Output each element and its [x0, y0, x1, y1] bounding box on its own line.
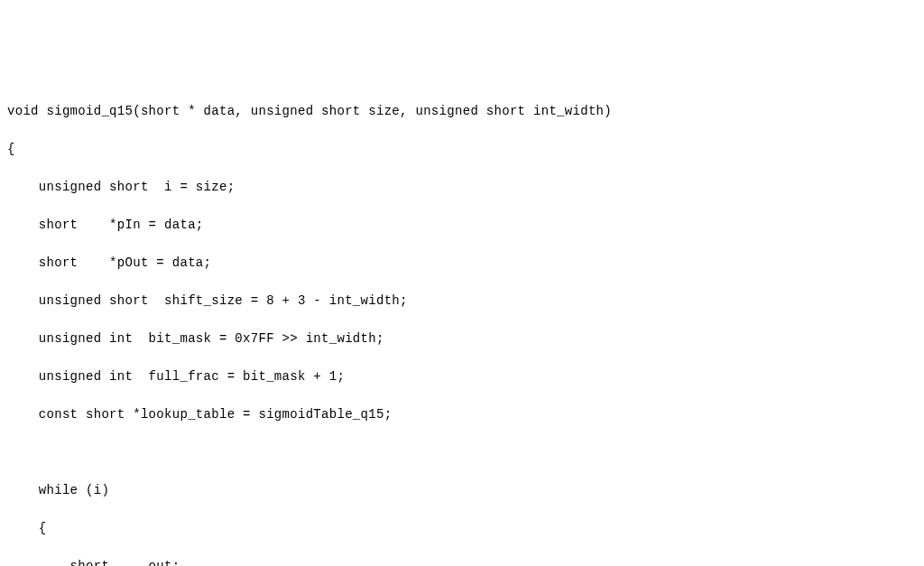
code-block: void sigmoid_q15(short * data, unsigned …: [7, 83, 917, 566]
code-line: short out;: [7, 557, 917, 566]
code-line: {: [7, 140, 917, 159]
code-line: short *pOut = data;: [7, 254, 917, 273]
code-line: unsigned short shift_size = 8 + 3 - int_…: [7, 292, 917, 311]
code-line: const short *lookup_table = sigmoidTable…: [7, 405, 917, 424]
code-line: {: [7, 519, 917, 538]
code-line: short *pIn = data;: [7, 216, 917, 235]
code-line: unsigned int full_frac = bit_mask + 1;: [7, 367, 917, 386]
code-line: [7, 443, 917, 462]
code-line: void sigmoid_q15(short * data, unsigned …: [7, 102, 917, 121]
code-line: unsigned int bit_mask = 0x7FF >> int_wid…: [7, 329, 917, 348]
code-line: while (i): [7, 481, 917, 500]
code-line: unsigned short i = size;: [7, 178, 917, 197]
